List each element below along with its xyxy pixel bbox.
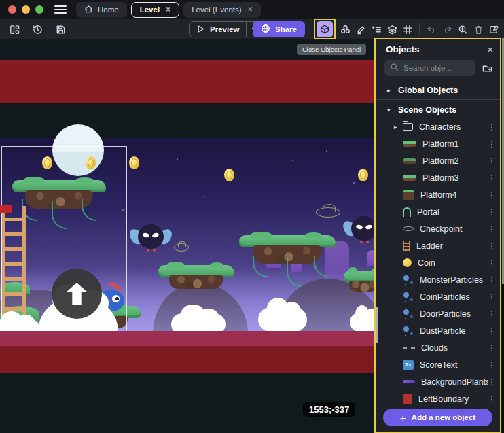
add-folder-icon[interactable] [481,62,493,74]
object-row[interactable]: Clouds ⋮ [376,339,500,356]
object-row[interactable]: Checkpoint ⋮ [376,220,500,237]
section-global-objects[interactable]: ▸ Global Objects [376,82,500,99]
objects-panel-highlight-box [314,19,336,39]
particles-icon [403,275,414,285]
close-window-button[interactable] [8,5,16,14]
coin-sprite[interactable] [224,169,234,181]
cloud-sprite[interactable] [258,307,307,332]
coin-sprite[interactable] [129,156,139,169]
layers-icon[interactable] [386,23,398,35]
object-row[interactable]: Coin ⋮ [376,254,500,271]
kebab-menu-icon[interactable]: ⋮ [488,224,494,234]
cursor-coordinates: 1553;-337 [303,402,355,417]
object-row[interactable]: ScoreText ⋮ [376,356,500,373]
search-icon [390,62,399,74]
toolbar-separator [419,23,420,35]
left-boundary-sprite[interactable] [0,205,12,213]
close-tab-icon[interactable]: × [248,5,253,14]
ladder-sprite[interactable] [1,206,26,316]
kebab-menu-icon[interactable]: ⋮ [488,377,494,387]
coin-sprite[interactable] [358,169,368,181]
monster-sprite[interactable] [345,215,376,247]
kebab-menu-icon[interactable]: ⋮ [488,326,494,336]
tab-level[interactable]: Level × [131,2,179,18]
add-new-object-button[interactable]: + Add a new object [383,409,492,426]
section-scene-objects[interactable]: ▾ Scene Objects [376,101,500,118]
redo-icon[interactable] [441,23,453,35]
object-row[interactable]: Platform3 ⋮ [376,169,500,186]
kebab-menu-icon[interactable]: ⋮ [488,394,494,404]
zoom-window-button[interactable] [35,5,43,14]
kebab-menu-icon[interactable]: ⋮ [488,343,494,353]
object-row[interactable]: LeftBoundary ⋮ [376,390,500,404]
recent-history-icon[interactable] [31,23,43,35]
objects-panel-icon[interactable] [317,21,333,37]
object-row[interactable]: Platform4 ⋮ [376,186,500,203]
object-groups-icon[interactable] [339,23,351,35]
ufo-sprite[interactable] [316,207,340,218]
kebab-menu-icon[interactable]: ⋮ [488,190,494,200]
kebab-menu-icon[interactable]: ⋮ [488,258,494,268]
scene-editor-canvas[interactable]: 1553;-337 [0,39,376,433]
kebab-menu-icon[interactable]: ⋮ [488,275,494,285]
zoom-in-icon[interactable] [456,23,469,35]
plants-icon [403,380,415,383]
object-row[interactable]: Portal ⋮ [376,203,500,220]
objects-tree: ▸ Global Objects ▾ Scene Objects ▸ Chara… [376,82,500,404]
minimize-window-button[interactable] [22,5,30,14]
undo-icon[interactable] [425,23,437,35]
object-row[interactable]: DustParticle ⋮ [376,322,500,339]
coin-sprite[interactable] [86,156,96,169]
close-panel-icon[interactable]: × [487,44,493,54]
bottom-boundary-sprite[interactable] [0,331,376,346]
grid-icon[interactable] [401,23,414,35]
object-row[interactable]: Ladder ⋮ [376,237,500,254]
kebab-menu-icon[interactable]: ⋮ [488,309,494,319]
share-button[interactable]: Share [253,21,305,37]
ufo-sprite[interactable] [174,243,189,252]
moon-sprite[interactable] [52,124,104,176]
list-scrollbar-thumb[interactable] [376,307,378,343]
object-row[interactable]: BackgroundPlants ⋮ [376,373,500,390]
kebab-menu-icon[interactable]: ⋮ [488,292,494,302]
cloud-sprite[interactable] [350,313,376,332]
scene-properties-icon[interactable] [488,23,500,35]
kebab-menu-icon[interactable]: ⋮ [488,207,494,217]
top-boundary-sprite[interactable] [0,60,376,103]
preview-button[interactable]: Preview [190,22,246,37]
ladder-icon [403,241,410,251]
object-row[interactable]: ▸ Characters ⋮ [376,118,500,135]
menu-icon[interactable] [54,5,67,14]
instances-list-icon[interactable] [370,23,382,35]
monster-sprite[interactable] [132,223,170,256]
platform-dirt-icon [403,190,414,200]
object-row[interactable]: MonsterParticles ⋮ [376,271,500,288]
kebab-menu-icon[interactable]: ⋮ [488,173,494,183]
kebab-menu-icon[interactable]: ⋮ [488,156,494,166]
platform-sprite[interactable] [239,235,336,264]
coin-sprite[interactable] [42,156,52,169]
bottom-boundary-sprite[interactable] [0,346,376,373]
kebab-menu-icon[interactable]: ⋮ [488,122,494,132]
search-input[interactable] [403,64,465,72]
text-icon [403,360,414,370]
platform-sprite[interactable] [158,265,234,289]
platform-sprite[interactable] [344,271,376,292]
kebab-menu-icon[interactable]: ⋮ [488,241,494,251]
save-icon[interactable] [54,23,67,35]
platform-sprite[interactable] [12,180,106,209]
search-box[interactable] [384,60,475,76]
trash-icon[interactable] [472,23,484,35]
project-manager-icon[interactable] [8,23,20,35]
kebab-menu-icon[interactable]: ⋮ [488,360,494,370]
edit-icon[interactable] [355,23,367,35]
kebab-menu-icon[interactable]: ⋮ [488,139,494,149]
object-row[interactable]: Platform2 ⋮ [376,152,500,169]
close-tab-icon[interactable]: × [166,5,170,14]
object-row[interactable]: Platform1 ⋮ [376,135,500,152]
object-row[interactable]: DoorParticles ⋮ [376,305,500,322]
tab-home[interactable]: Home [76,2,127,18]
object-row[interactable]: CoinParticles ⋮ [376,288,500,305]
jump-arrow-overlay[interactable] [52,269,102,319]
tab-level-events[interactable]: Level (Events) × [183,2,261,18]
